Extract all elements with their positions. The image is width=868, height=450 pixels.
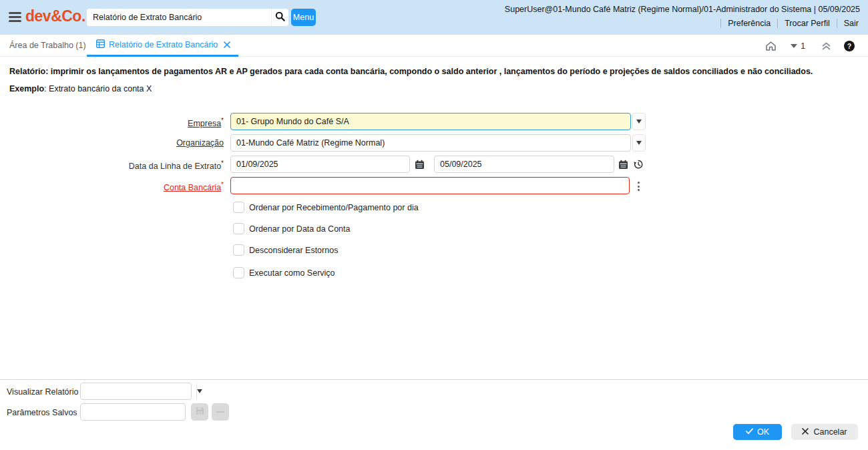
- organizacao-dropdown-button[interactable]: [632, 134, 646, 152]
- hamburger-menu-icon[interactable]: [9, 12, 21, 22]
- calendar-icon[interactable]: [413, 158, 425, 170]
- empresa-field[interactable]: [230, 113, 631, 130]
- window-count: 1: [801, 41, 805, 51]
- window-count-dropdown[interactable]: 1: [791, 35, 805, 57]
- more-options-icon[interactable]: [632, 180, 644, 192]
- process-example: Exemplo: Extrato bancário da conta X: [9, 84, 152, 93]
- tab-label: Relatório de Extrato Bancário: [109, 40, 218, 49]
- tab-close-icon[interactable]: [224, 41, 230, 48]
- save-icon: [196, 407, 204, 417]
- organizacao-label[interactable]: Organização: [0, 138, 224, 148]
- chevron-down-icon: [791, 44, 797, 48]
- preference-link[interactable]: Preferência: [720, 19, 777, 28]
- parametros-salvos-label: Parâmetros Salvos: [7, 408, 77, 417]
- chevron-down-icon: [197, 389, 202, 393]
- history-reset-icon[interactable]: [632, 158, 644, 170]
- check-icon: [746, 427, 753, 437]
- checkbox-row: Executar como Serviço: [233, 267, 335, 278]
- cancel-button[interactable]: Cancelar: [791, 424, 858, 440]
- home-icon[interactable]: [765, 35, 777, 57]
- empresa-dropdown-button[interactable]: [632, 113, 646, 130]
- visualizar-relatorio-input[interactable]: [81, 383, 196, 399]
- checkbox-ordenar-data-conta[interactable]: [233, 223, 244, 234]
- conta-bancaria-label[interactable]: Conta Bancária*: [0, 181, 224, 192]
- delete-parameters-button[interactable]: [212, 403, 229, 421]
- calendar-icon[interactable]: [617, 158, 629, 170]
- header-right: SuperUser@01-Mundo Café Matriz (Regime N…: [505, 5, 860, 28]
- save-parameters-button[interactable]: [191, 403, 208, 421]
- report-icon: [96, 39, 105, 50]
- checkbox-row: Desconsiderar Estornos: [233, 244, 338, 256]
- parametros-salvos-combobox: [80, 403, 186, 421]
- checkbox-label: Ordenar por Data da Conta: [249, 224, 350, 234]
- tab-bar: Área de Trabalho (1) Relatório de Extrat…: [0, 35, 868, 57]
- search-icon: [275, 11, 285, 24]
- checkbox-desconsiderar-estornos[interactable]: [233, 244, 244, 256]
- checkbox-label: Ordenar por Recebimento/Pagamento por di…: [249, 203, 419, 212]
- help-icon[interactable]: ?: [844, 35, 855, 57]
- checkbox-row: Ordenar por Data da Conta: [233, 223, 350, 234]
- data-linha-label: Data da Linha de Extrato*: [0, 160, 224, 171]
- parametros-salvos-input[interactable]: [81, 404, 196, 420]
- checkbox-label: Executar como Serviço: [249, 268, 335, 278]
- checkbox-row: Ordenar por Recebimento/Pagamento por di…: [233, 202, 419, 213]
- conta-bancaria-field[interactable]: [230, 177, 630, 194]
- app-logo: dev&Co.: [25, 7, 85, 25]
- minus-icon: [216, 411, 224, 413]
- footer-divider: [0, 379, 868, 380]
- collapse-all-icon[interactable]: [821, 35, 831, 57]
- ok-button[interactable]: OK: [733, 424, 782, 440]
- chevron-down-icon: [636, 141, 642, 145]
- visualizar-relatorio-label: Visualizar Relatório: [7, 387, 78, 397]
- checkbox-ordenar-recebimento[interactable]: [233, 202, 244, 213]
- top-header: dev&Co. Menu SuperUser@01-Mundo Café Mat…: [0, 0, 868, 35]
- logged-user-info: SuperUser@01-Mundo Café Matriz (Regime N…: [505, 5, 860, 14]
- process-description: Relatório: imprimir os lançamentos de pa…: [9, 67, 861, 76]
- date-to-field[interactable]: [434, 156, 614, 173]
- checkbox-executar-servico[interactable]: [233, 267, 244, 278]
- menu-button[interactable]: Menu: [291, 9, 316, 26]
- tab-workspace[interactable]: Área de Trabalho (1): [9, 35, 86, 57]
- date-from-field[interactable]: [230, 156, 410, 173]
- tab-report-bank-statement[interactable]: Relatório de Extrato Bancário: [87, 35, 238, 57]
- organizacao-field[interactable]: [230, 134, 631, 152]
- chevron-down-icon: [636, 120, 642, 124]
- search-button[interactable]: [271, 9, 288, 26]
- empresa-label[interactable]: Empresa*: [0, 117, 224, 128]
- header-links: Preferência Trocar Perfil Sair: [505, 19, 860, 28]
- global-search-input[interactable]: [87, 9, 271, 26]
- visualizar-relatorio-combobox: [80, 383, 192, 400]
- change-role-link[interactable]: Trocar Perfil: [777, 19, 837, 28]
- app-window: dev&Co. Menu SuperUser@01-Mundo Café Mat…: [0, 0, 868, 450]
- logout-link[interactable]: Sair: [837, 19, 860, 28]
- checkbox-label: Desconsiderar Estornos: [249, 246, 338, 255]
- visualizar-dropdown-button[interactable]: [196, 383, 202, 399]
- x-icon: [802, 427, 809, 437]
